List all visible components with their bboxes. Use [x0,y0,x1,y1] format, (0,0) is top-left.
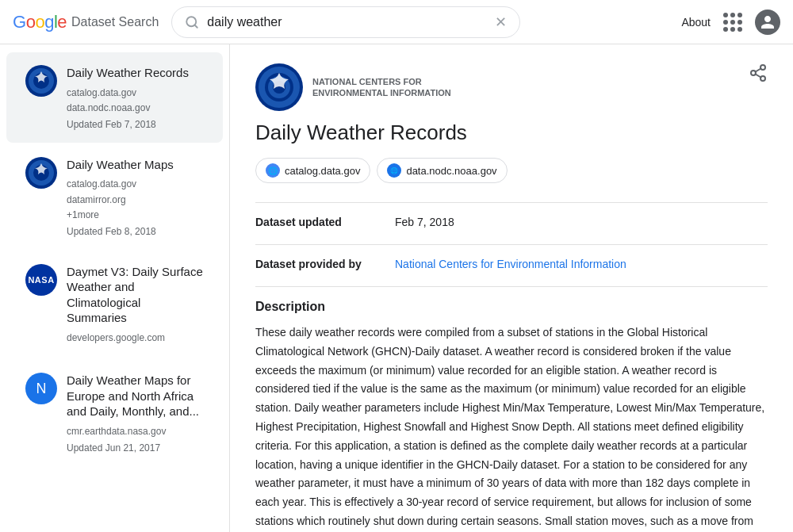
result-date: Updated Jun 21, 2017 [67,442,204,454]
n-logo-thumbnail: N [25,373,57,404]
meta-label-provider: Dataset provided by [255,258,382,270]
meta-row-updated: Dataset updated Feb 7, 2018 [255,216,768,228]
clear-icon[interactable]: ✕ [495,15,507,29]
result-sources: catalog.data.gov datamirror.org +1more [67,177,174,223]
apps-icon[interactable] [723,13,742,32]
divider-2 [255,244,768,245]
description-text: These daily weather records were compile… [255,323,768,532]
result-title: Daily Weather Records [67,65,189,81]
list-item[interactable]: N Daily Weather Maps for Europe and Nort… [6,360,223,466]
meta-label-updated: Dataset updated [255,216,382,228]
header: Google Dataset Search ✕ About [0,0,793,44]
detail-panel: NATIONAL CENTERS FORENVIRONMENTAL INFORM… [230,44,793,532]
result-sources: cmr.earthdata.nasa.gov [67,424,204,439]
meta-section-provider: Dataset provided by National Centers for… [255,258,768,270]
search-input[interactable] [207,15,487,29]
about-link[interactable]: About [681,16,711,29]
sidebar: Daily Weather Records catalog.data.gov d… [0,44,230,532]
result-sources: catalog.data.gov data.nodc.noaa.gov [67,86,189,116]
source-pill-1[interactable]: 🌐 catalog.data.gov [255,158,370,183]
avatar[interactable] [755,10,780,35]
source-pill-2[interactable]: 🌐 data.nodc.noaa.gov [377,158,507,183]
globe-icon-2: 🌐 [387,163,401,178]
share-icon[interactable] [749,63,768,82]
svg-line-16 [756,75,761,78]
source-label-2: data.nodc.noaa.gov [406,165,496,177]
divider-1 [255,202,768,203]
search-bar: ✕ [171,6,520,38]
noaa-logo-thumbnail [25,65,57,97]
svg-line-17 [756,69,761,72]
google-wordmark: Google [13,12,67,33]
meta-link-provider[interactable]: National Centers for Environmental Infor… [395,258,626,270]
noaa-logo [255,63,303,111]
description-section: Description These daily weather records … [255,300,768,532]
list-item[interactable]: Daily Weather Maps catalog.data.gov data… [6,144,223,250]
svg-line-1 [195,25,197,27]
detail-title: Daily Weather Records [255,121,768,145]
meta-section: Dataset updated Feb 7, 2018 [255,216,768,228]
divider-3 [255,286,768,287]
org-logo-row: NATIONAL CENTERS FORENVIRONMENTAL INFORM… [255,63,451,111]
list-item[interactable]: Daily Weather Records catalog.data.gov d… [6,52,223,143]
header-right: About [681,10,780,35]
result-title: Daily Weather Maps [67,157,174,173]
source-pills: 🌐 catalog.data.gov 🌐 data.nodc.noaa.gov [255,158,768,183]
description-title: Description [255,300,768,314]
logo: Google Dataset Search [13,12,159,33]
result-title: Daily Weather Maps for Europe and North … [67,373,204,419]
nasa-logo-thumbnail: NASA [25,264,57,296]
search-icon [185,15,199,29]
result-sources: developers.google.com [67,331,204,346]
result-title: Daymet V3: Daily Surface Weather and Cli… [67,264,204,326]
org-name: NATIONAL CENTERS FORENVIRONMENTAL INFORM… [312,76,451,99]
result-date: Updated Feb 7, 2018 [67,119,189,130]
detail-header: NATIONAL CENTERS FORENVIRONMENTAL INFORM… [255,63,768,121]
dataset-search-label: Dataset Search [71,15,159,29]
meta-row-provider: Dataset provided by National Centers for… [255,258,768,270]
noaa-logo-thumbnail [25,157,57,189]
main-layout: Daily Weather Records catalog.data.gov d… [0,44,793,532]
source-label-1: catalog.data.gov [285,165,360,177]
globe-icon-1: 🌐 [266,163,280,178]
list-item[interactable]: NASA Daymet V3: Daily Surface Weather an… [6,251,223,358]
result-date: Updated Feb 8, 2018 [67,226,174,237]
meta-value-updated: Feb 7, 2018 [395,216,454,228]
